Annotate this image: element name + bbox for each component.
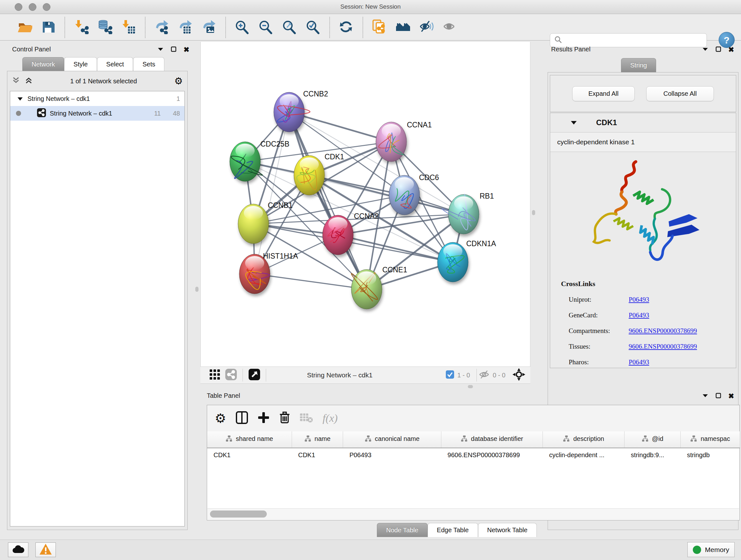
control-panel-float-icon[interactable] <box>171 46 177 53</box>
node-label-CDC25B: CDC25B <box>260 140 289 148</box>
crosslink-link[interactable]: 9606.ENSP00000378699 <box>629 327 697 335</box>
selected-counts: 1 - 0 <box>457 372 470 379</box>
zoom-out-button[interactable] <box>256 17 276 37</box>
table-cell[interactable]: CDK1 <box>207 448 292 462</box>
network-edge[interactable] <box>289 112 367 289</box>
network-node-CCNA1[interactable]: CCNA1 <box>376 121 432 162</box>
column-header-shared-name[interactable]: shared name <box>207 431 292 448</box>
network-node-RB1[interactable]: RB1 <box>442 192 494 234</box>
split-columns-icon[interactable] <box>236 411 248 425</box>
zoom-in-button[interactable] <box>232 17 252 37</box>
network-node-CCNA2[interactable]: CCNA2 <box>323 212 379 255</box>
column-header-description[interactable]: description <box>543 431 624 448</box>
refresh-button[interactable] <box>336 17 356 37</box>
bottom-splitter-handle[interactable] <box>468 385 473 388</box>
column-header-database-identifier[interactable]: database identifier <box>441 431 542 448</box>
network-edge[interactable] <box>255 112 289 274</box>
column-header-name[interactable]: name <box>292 431 343 448</box>
table-row[interactable]: CDK1CDK1P064939606.ENSP00000378699cyclin… <box>207 448 740 462</box>
network-from-selection-button[interactable] <box>369 17 389 37</box>
table-gear-icon[interactable]: ⚙ <box>215 412 226 425</box>
crosslink-link[interactable]: P06493 <box>629 358 649 366</box>
tab-style[interactable]: Style <box>64 57 97 71</box>
network-canvas[interactable]: CCNB2CCNA1CDC25BCDK1CDC6RB1CCNB1CCNA2CDK… <box>200 42 530 367</box>
first-neighbors-button[interactable] <box>393 17 413 37</box>
table-cell[interactable]: CDK1 <box>292 448 343 462</box>
table-panel-collapse-icon[interactable] <box>702 393 709 399</box>
network-node-CCNE1[interactable]: CCNE1 <box>351 266 407 309</box>
grid-view-icon[interactable] <box>209 369 220 381</box>
collapse-all-button[interactable]: Collapse All <box>646 86 714 101</box>
results-panel-collapse-icon[interactable] <box>702 47 709 53</box>
save-button[interactable] <box>38 17 58 37</box>
hide-selected-button[interactable] <box>417 17 436 37</box>
toolbar-separator <box>225 17 226 38</box>
export-table-icon <box>178 19 193 35</box>
zoom-selected-button[interactable] <box>303 17 323 37</box>
birdseye-view-icon[interactable] <box>513 368 525 382</box>
table-panel-close-icon[interactable]: ✖ <box>728 392 734 400</box>
control-panel-close-icon[interactable]: ✖ <box>184 46 189 54</box>
function-builder-icon: f(x) <box>323 412 338 424</box>
export-image-button[interactable] <box>199 17 219 37</box>
tab-sets[interactable]: Sets <box>133 57 164 71</box>
protein-section-header[interactable]: CDK1 <box>550 113 736 132</box>
network-edge[interactable] <box>255 274 367 289</box>
crosslink-link[interactable]: P06493 <box>629 296 649 304</box>
tab-network-table[interactable]: Network Table <box>478 523 537 537</box>
table-horizontal-scrollbar[interactable] <box>207 508 739 520</box>
collapse-all-networks-icon[interactable] <box>12 76 20 86</box>
expand-all-button[interactable]: Expand All <box>572 86 635 101</box>
network-share-view-icon[interactable] <box>225 369 237 381</box>
table-cell[interactable]: 9606.ENSP00000378699 <box>441 448 542 462</box>
table-cell[interactable]: cyclin-dependent ... <box>543 448 624 462</box>
selected-checkbox-icon[interactable] <box>446 370 454 380</box>
column-header-@id[interactable]: @id <box>624 431 681 448</box>
control-panel-collapse-icon[interactable] <box>157 47 164 53</box>
memory-button[interactable]: Memory <box>687 542 735 557</box>
network-edge-count: 48 <box>173 110 180 117</box>
network-node-CCNB2[interactable]: CCNB2 <box>274 90 328 132</box>
warning-button[interactable] <box>36 543 56 557</box>
column-header-canonical-name[interactable]: canonical name <box>343 431 441 448</box>
network-graph[interactable]: CCNB2CCNA1CDC25BCDK1CDC6RB1CCNB1CCNA2CDK… <box>201 42 531 367</box>
network-row-selected[interactable]: String Network – cdk1 11 48 <box>10 106 185 121</box>
crosslink-link[interactable]: 9606.ENSP00000378699 <box>629 343 697 351</box>
results-panel-float-icon[interactable] <box>716 46 721 53</box>
scrollbar-thumb[interactable] <box>210 510 267 517</box>
add-column-icon[interactable] <box>258 412 270 425</box>
import-table-button[interactable] <box>119 17 138 37</box>
detach-view-icon[interactable] <box>249 369 260 381</box>
node-table[interactable]: shared namenamecanonical namedatabase id… <box>207 431 740 462</box>
results-panel-close-icon[interactable]: ✖ <box>728 46 734 54</box>
right-splitter-handle[interactable] <box>532 210 535 215</box>
delete-column-icon[interactable] <box>279 411 290 425</box>
tab-select[interactable]: Select <box>97 57 133 71</box>
crosslink-link[interactable]: P06493 <box>629 311 649 319</box>
table-cell[interactable]: stringdb:9... <box>624 448 681 462</box>
column-header-namespac[interactable]: namespac <box>681 431 740 448</box>
cloud-button[interactable] <box>8 543 28 557</box>
import-network-button[interactable] <box>71 17 91 37</box>
export-table-button[interactable] <box>176 17 195 37</box>
network-node-HIST1H1A[interactable]: HIST1H1A <box>239 252 298 294</box>
network-collection-row[interactable]: String Network – cdk1 1 <box>10 91 185 106</box>
left-splitter-handle[interactable] <box>195 287 199 292</box>
show-all-button[interactable] <box>441 17 460 37</box>
table-cell[interactable]: P06493 <box>343 448 441 462</box>
network-options-gear-icon[interactable]: ⚙ <box>174 76 183 86</box>
tab-string[interactable]: String <box>621 58 656 72</box>
tab-network[interactable]: Network <box>22 57 64 71</box>
tab-node-table[interactable]: Node Table <box>377 523 428 537</box>
zoom-fit-button[interactable] <box>280 17 299 37</box>
import-network-database-button[interactable] <box>95 17 115 37</box>
network-node-CDKN1A[interactable]: CDKN1A <box>437 240 496 282</box>
export-network-button[interactable] <box>152 17 172 37</box>
network-node-CDC6[interactable]: CDC6 <box>389 173 439 215</box>
table-cell[interactable]: stringdb <box>681 448 740 462</box>
table-panel-float-icon[interactable] <box>716 393 721 400</box>
open-folder-button[interactable] <box>15 17 35 37</box>
network-edge[interactable] <box>289 112 391 142</box>
tab-edge-table[interactable]: Edge Table <box>428 523 478 537</box>
expand-all-networks-icon[interactable] <box>24 76 33 86</box>
